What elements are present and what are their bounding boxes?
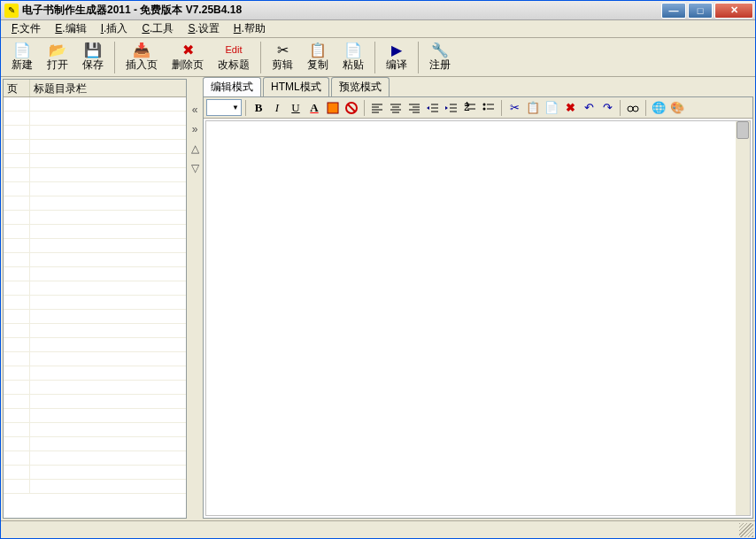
- table-row[interactable]: [4, 296, 186, 310]
- tab-preview-mode[interactable]: 预览模式: [331, 77, 390, 96]
- table-row[interactable]: [4, 140, 186, 154]
- table-row[interactable]: [4, 324, 186, 338]
- page-list-sidebar: 页 标题目录栏: [3, 79, 187, 519]
- font-color-button[interactable]: A: [305, 99, 323, 117]
- scrollbar-thumb[interactable]: [737, 121, 749, 139]
- compile-play-icon: ▶: [389, 42, 405, 58]
- register-button[interactable]: 🔧注册: [422, 40, 458, 74]
- chevron-down-icon: ▼: [232, 104, 239, 112]
- unordered-list-button[interactable]: [480, 99, 498, 117]
- format-separator: [501, 100, 502, 116]
- table-row[interactable]: [4, 168, 186, 182]
- table-row[interactable]: [4, 281, 186, 296]
- format-separator: [364, 100, 365, 116]
- align-left-button[interactable]: [368, 99, 386, 117]
- delete-button[interactable]: ✖: [561, 99, 579, 117]
- vertical-scrollbar[interactable]: [736, 121, 750, 515]
- page-list-body[interactable]: [4, 97, 186, 518]
- insert-link-button[interactable]: 🌐: [650, 99, 667, 117]
- edit-title-button[interactable]: Edit改标题: [211, 40, 257, 74]
- column-header-page[interactable]: 页: [4, 80, 30, 96]
- compile-button[interactable]: ▶编译: [379, 40, 414, 74]
- ordered-list-button[interactable]: 12: [461, 99, 479, 117]
- menu-tools[interactable]: C.工具: [135, 19, 181, 38]
- copy-button-small[interactable]: 📋: [524, 99, 542, 117]
- table-row[interactable]: [4, 466, 186, 480]
- menu-insert[interactable]: I.插入: [94, 19, 135, 38]
- table-row[interactable]: [4, 338, 186, 352]
- tab-edit-mode[interactable]: 编辑模式: [203, 77, 261, 96]
- table-row[interactable]: [4, 267, 186, 281]
- table-row[interactable]: [4, 182, 186, 196]
- redo-button[interactable]: ↷: [598, 99, 616, 117]
- font-select[interactable]: ▼: [206, 99, 242, 116]
- table-row[interactable]: [4, 126, 186, 140]
- underline-button[interactable]: U: [287, 99, 305, 117]
- main-area: 页 标题目录栏: [1, 77, 755, 520]
- table-row[interactable]: [4, 451, 186, 466]
- resize-grip-icon[interactable]: [739, 523, 753, 537]
- table-row[interactable]: [4, 112, 186, 126]
- insert-image-button[interactable]: 🎨: [668, 99, 686, 117]
- cut-button[interactable]: ✂剪辑: [265, 40, 300, 74]
- table-row[interactable]: [4, 253, 186, 267]
- expand-right-icon[interactable]: »: [192, 123, 198, 135]
- table-row[interactable]: [4, 310, 186, 324]
- menu-settings[interactable]: S.设置: [181, 19, 226, 38]
- copy-button[interactable]: 📋复制: [300, 40, 336, 74]
- table-row[interactable]: [4, 480, 186, 494]
- toolbar-separator: [418, 42, 419, 73]
- menu-edit[interactable]: E.编辑: [48, 19, 93, 38]
- paint-icon: [327, 102, 339, 114]
- menu-help[interactable]: H.帮助: [227, 19, 273, 38]
- maximize-button[interactable]: □: [688, 3, 713, 19]
- table-row[interactable]: [4, 196, 186, 211]
- minimize-button[interactable]: —: [661, 3, 686, 19]
- background-color-button[interactable]: [324, 99, 342, 117]
- paste-button-small[interactable]: 📄: [543, 99, 560, 117]
- new-button[interactable]: 📄新建: [4, 40, 40, 74]
- copy-icon: 📋: [310, 42, 326, 58]
- table-row[interactable]: [4, 352, 186, 366]
- svg-rect-0: [328, 103, 338, 113]
- move-down-icon[interactable]: ▽: [191, 162, 199, 174]
- svg-marker-22: [445, 106, 448, 110]
- close-button[interactable]: ✕: [714, 3, 753, 19]
- edit-area[interactable]: [205, 120, 751, 516]
- move-up-icon[interactable]: △: [191, 142, 199, 155]
- paste-button[interactable]: 📄粘贴: [336, 40, 371, 74]
- table-row[interactable]: [4, 423, 186, 437]
- table-row[interactable]: [4, 154, 186, 168]
- cut-button-small[interactable]: ✂: [505, 99, 523, 117]
- delete-page-button[interactable]: ✖删除页: [165, 40, 211, 74]
- toolbar-separator: [114, 42, 115, 73]
- indent-button[interactable]: [443, 99, 460, 117]
- table-row[interactable]: [4, 409, 186, 423]
- bullet-list-icon: [482, 102, 495, 114]
- collapse-left-icon[interactable]: «: [192, 104, 198, 116]
- bold-button[interactable]: B: [250, 99, 267, 117]
- table-row[interactable]: [4, 437, 186, 451]
- align-center-button[interactable]: [387, 99, 405, 117]
- insert-page-button[interactable]: 📥插入页: [119, 40, 165, 74]
- table-row[interactable]: [4, 381, 186, 395]
- undo-button[interactable]: ↶: [580, 99, 598, 117]
- table-row[interactable]: [4, 97, 186, 112]
- open-button[interactable]: 📂打开: [40, 40, 75, 74]
- table-row[interactable]: [4, 395, 186, 409]
- tab-html-mode[interactable]: HTML模式: [263, 77, 329, 96]
- open-folder-icon: 📂: [50, 42, 66, 58]
- table-row[interactable]: [4, 225, 186, 239]
- outdent-button[interactable]: [424, 99, 442, 117]
- menu-bar: F.文件 E.编辑 I.插入 C.工具 S.设置 H.帮助: [1, 20, 755, 38]
- save-button[interactable]: 💾保存: [75, 40, 111, 74]
- italic-button[interactable]: I: [268, 99, 286, 117]
- table-row[interactable]: [4, 211, 186, 225]
- find-button[interactable]: [624, 99, 642, 117]
- table-row[interactable]: [4, 239, 186, 253]
- clear-format-button[interactable]: [343, 99, 360, 117]
- align-right-button[interactable]: [405, 99, 423, 117]
- table-row[interactable]: [4, 366, 186, 381]
- menu-file[interactable]: F.文件: [4, 19, 48, 38]
- column-header-title[interactable]: 标题目录栏: [30, 80, 186, 96]
